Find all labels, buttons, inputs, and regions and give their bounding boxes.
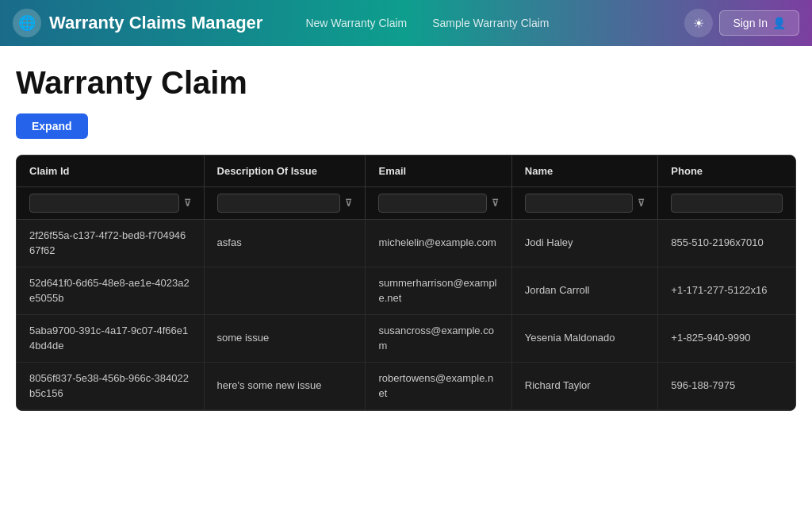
sign-in-button[interactable]: Sign In 👤	[719, 10, 799, 36]
cell-phone: +1-171-277-5122x16	[658, 267, 795, 315]
filter-row: ⊽ ⊽ ⊽	[17, 187, 795, 220]
col-header-phone: Phone	[658, 156, 795, 187]
globe-icon: 🌐	[18, 14, 36, 32]
cell-claim-id: 52d641f0-6d65-48e8-ae1e-4023a2e5055b	[17, 267, 204, 315]
cell-name: Richard Taylor	[511, 363, 658, 410]
table-scroll-area[interactable]: Claim Id Description Of Issue Email Name…	[17, 156, 795, 410]
filter-icon-description[interactable]: ⊽	[345, 198, 352, 209]
table-row[interactable]: 2f26f55a-c137-4f72-bed8-f70494667f62asfa…	[17, 220, 795, 267]
filter-input-email[interactable]	[378, 194, 486, 213]
table-row[interactable]: 52d641f0-6d65-48e8-ae1e-4023a2e5055bsumm…	[17, 267, 795, 315]
cell-claim-id: 8056f837-5e38-456b-966c-384022b5c156	[17, 363, 204, 410]
cell-claim-id: 5aba9700-391c-4a17-9c07-4f66e14bd4de	[17, 315, 204, 363]
cell-email: michelelin@example.com	[366, 220, 511, 267]
filter-cell-name: ⊽	[511, 187, 658, 220]
filter-cell-claim-id: ⊽	[17, 187, 204, 220]
cell-description: some issue	[204, 315, 366, 363]
filter-cell-description: ⊽	[204, 187, 366, 220]
cell-claim-id: 2f26f55a-c137-4f72-bed8-f70494667f62	[17, 220, 204, 267]
brand: 🌐 Warranty Claims Manager	[13, 9, 262, 37]
expand-button[interactable]: Expand	[16, 113, 88, 139]
col-header-claim-id: Claim Id	[17, 156, 204, 187]
cell-description	[204, 267, 366, 315]
cell-email: summerharrison@example.net	[366, 267, 511, 315]
filter-input-description[interactable]	[217, 194, 341, 213]
col-header-email: Email	[366, 156, 511, 187]
sun-icon: ☀	[693, 16, 704, 31]
signin-label: Sign In	[733, 17, 768, 29]
filter-icon-name[interactable]: ⊽	[638, 198, 645, 209]
cell-phone: 855-510-2196x7010	[658, 220, 795, 267]
cell-name: Jodi Haley	[511, 220, 658, 267]
filter-cell-email: ⊽	[366, 187, 511, 220]
cell-phone: +1-825-940-9990	[658, 315, 795, 363]
filter-icon-email[interactable]: ⊽	[492, 198, 499, 209]
filter-input-name[interactable]	[525, 194, 634, 213]
cell-phone: 596-188-7975	[658, 363, 795, 410]
filter-cell-phone	[658, 187, 795, 220]
navbar: 🌐 Warranty Claims Manager New Warranty C…	[0, 0, 812, 46]
filter-input-claim-id[interactable]	[29, 194, 179, 213]
brand-icon: 🌐	[13, 9, 41, 37]
col-header-description: Description Of Issue	[204, 156, 366, 187]
brand-name: Warranty Claims Manager	[49, 13, 262, 33]
cell-description: asfas	[204, 220, 366, 267]
cell-description: here's some new issue	[204, 363, 366, 410]
theme-toggle-button[interactable]: ☀	[684, 9, 713, 37]
nav-link-new-warranty-claim[interactable]: New Warranty Claim	[294, 12, 418, 34]
page-title: Warranty Claim	[16, 65, 796, 101]
user-icon: 👤	[772, 17, 786, 29]
claims-table: Claim Id Description Of Issue Email Name…	[17, 156, 795, 410]
claims-table-wrapper: Claim Id Description Of Issue Email Name…	[16, 155, 796, 411]
main-content: Warranty Claim Expand Claim Id Descripti…	[0, 46, 812, 424]
nav-link-sample-warranty-claim[interactable]: Sample Warranty Claim	[421, 12, 560, 34]
table-row[interactable]: 5aba9700-391c-4a17-9c07-4f66e14bd4desome…	[17, 315, 795, 363]
navbar-right: ☀ Sign In 👤	[684, 9, 799, 37]
cell-name: Jordan Carroll	[511, 267, 658, 315]
col-header-name: Name	[511, 156, 658, 187]
table-row[interactable]: 8056f837-5e38-456b-966c-384022b5c156here…	[17, 363, 795, 410]
cell-name: Yesenia Maldonado	[511, 315, 658, 363]
navbar-links: New Warranty Claim Sample Warranty Claim	[294, 12, 672, 34]
cell-email: susancross@example.com	[366, 315, 511, 363]
filter-icon-claim-id[interactable]: ⊽	[184, 198, 191, 209]
table-body: 2f26f55a-c137-4f72-bed8-f70494667f62asfa…	[17, 220, 795, 410]
table-header-row: Claim Id Description Of Issue Email Name…	[17, 156, 795, 187]
filter-input-phone[interactable]	[671, 194, 783, 213]
cell-email: robertowens@example.net	[366, 363, 511, 410]
